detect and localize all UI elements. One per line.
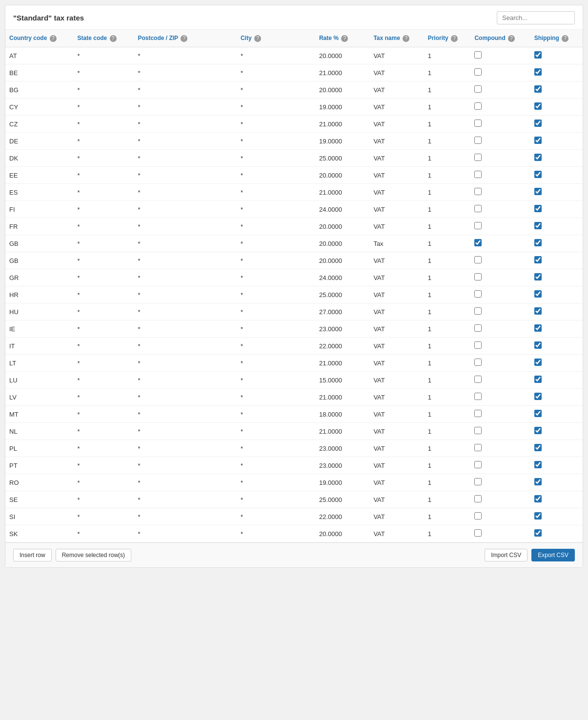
shipping-checkbox[interactable] [534, 512, 542, 520]
shipping-checkbox[interactable] [534, 478, 542, 485]
shipping-checkbox[interactable] [534, 85, 542, 93]
compound-checkbox[interactable] [474, 51, 482, 59]
city-help-icon[interactable]: ? [254, 35, 261, 42]
cell-shipping[interactable] [530, 64, 583, 81]
cell-compound[interactable] [470, 133, 530, 150]
compound-checkbox[interactable] [474, 205, 482, 212]
cell-shipping[interactable] [530, 81, 583, 99]
cell-compound[interactable] [470, 99, 530, 116]
cell-shipping[interactable] [530, 525, 583, 542]
shipping-checkbox[interactable] [534, 461, 542, 468]
compound-checkbox[interactable] [474, 324, 482, 332]
shipping-checkbox[interactable] [534, 120, 542, 127]
cell-shipping[interactable] [530, 167, 583, 184]
priority-help-icon[interactable]: ? [451, 35, 458, 42]
cell-compound[interactable] [470, 184, 530, 201]
cell-compound[interactable] [470, 286, 530, 303]
compound-checkbox[interactable] [474, 359, 482, 366]
shipping-checkbox[interactable] [534, 341, 542, 349]
shipping-checkbox[interactable] [534, 393, 542, 400]
cell-compound[interactable] [470, 167, 530, 184]
shipping-checkbox[interactable] [534, 410, 542, 417]
compound-checkbox[interactable] [474, 120, 482, 127]
cell-shipping[interactable] [530, 133, 583, 150]
cell-shipping[interactable] [530, 457, 583, 474]
cell-shipping[interactable] [530, 406, 583, 423]
cell-compound[interactable] [470, 64, 530, 81]
cell-shipping[interactable] [530, 184, 583, 201]
cell-shipping[interactable] [530, 269, 583, 286]
cell-compound[interactable] [470, 355, 530, 372]
shipping-checkbox[interactable] [534, 51, 542, 59]
compound-checkbox[interactable] [474, 444, 482, 451]
compound-checkbox[interactable] [474, 461, 482, 468]
cell-shipping[interactable] [530, 116, 583, 133]
cell-compound[interactable] [470, 47, 530, 64]
cell-compound[interactable] [470, 474, 530, 491]
shipping-checkbox[interactable] [534, 376, 542, 383]
cell-compound[interactable] [470, 235, 530, 252]
cell-compound[interactable] [470, 218, 530, 235]
compound-checkbox[interactable] [474, 222, 482, 229]
compound-checkbox[interactable] [474, 154, 482, 161]
shipping-checkbox[interactable] [534, 307, 542, 315]
shipping-checkbox[interactable] [534, 273, 542, 280]
compound-checkbox[interactable] [474, 256, 482, 263]
cell-compound[interactable] [470, 81, 530, 99]
shipping-checkbox[interactable] [534, 154, 542, 161]
compound-checkbox[interactable] [474, 376, 482, 383]
cell-compound[interactable] [470, 303, 530, 320]
compound-checkbox[interactable] [474, 188, 482, 195]
cell-compound[interactable] [470, 440, 530, 457]
cell-shipping[interactable] [530, 47, 583, 64]
compound-checkbox[interactable] [474, 290, 482, 298]
cell-shipping[interactable] [530, 286, 583, 303]
cell-shipping[interactable] [530, 218, 583, 235]
compound-checkbox[interactable] [474, 102, 482, 110]
compound-checkbox[interactable] [474, 427, 482, 434]
shipping-checkbox[interactable] [534, 68, 542, 76]
compound-checkbox[interactable] [474, 512, 482, 520]
cell-shipping[interactable] [530, 303, 583, 320]
compound-checkbox[interactable] [474, 68, 482, 76]
shipping-checkbox[interactable] [534, 171, 542, 178]
cell-shipping[interactable] [530, 235, 583, 252]
cell-shipping[interactable] [530, 99, 583, 116]
shipping-checkbox[interactable] [534, 495, 542, 502]
cell-compound[interactable] [470, 372, 530, 389]
shipping-checkbox[interactable] [534, 256, 542, 263]
remove-selected-button[interactable]: Remove selected row(s) [56, 549, 131, 561]
compound-checkbox[interactable] [474, 239, 482, 246]
cell-shipping[interactable] [530, 423, 583, 440]
compound-checkbox[interactable] [474, 171, 482, 178]
country-code-help-icon[interactable]: ? [50, 35, 57, 42]
cell-compound[interactable] [470, 338, 530, 355]
shipping-checkbox[interactable] [534, 239, 542, 246]
cell-shipping[interactable] [530, 150, 583, 167]
shipping-checkbox[interactable] [534, 290, 542, 298]
cell-shipping[interactable] [530, 474, 583, 491]
compound-checkbox[interactable] [474, 495, 482, 502]
cell-compound[interactable] [470, 406, 530, 423]
compound-checkbox[interactable] [474, 273, 482, 280]
compound-checkbox[interactable] [474, 410, 482, 417]
compound-checkbox[interactable] [474, 137, 482, 144]
compound-checkbox[interactable] [474, 393, 482, 400]
export-csv-button[interactable]: Export CSV [531, 549, 575, 561]
cell-compound[interactable] [470, 389, 530, 406]
cell-compound[interactable] [470, 423, 530, 440]
state-code-help-icon[interactable]: ? [110, 35, 117, 42]
shipping-checkbox[interactable] [534, 137, 542, 144]
taxname-help-icon[interactable]: ? [403, 35, 409, 42]
search-input[interactable] [497, 11, 575, 24]
postcode-help-icon[interactable]: ? [181, 35, 187, 42]
cell-compound[interactable] [470, 457, 530, 474]
cell-shipping[interactable] [530, 491, 583, 508]
cell-shipping[interactable] [530, 201, 583, 218]
shipping-checkbox[interactable] [534, 359, 542, 366]
shipping-checkbox[interactable] [534, 444, 542, 451]
shipping-checkbox[interactable] [534, 529, 542, 537]
shipping-checkbox[interactable] [534, 324, 542, 332]
compound-checkbox[interactable] [474, 85, 482, 93]
cell-shipping[interactable] [530, 252, 583, 269]
